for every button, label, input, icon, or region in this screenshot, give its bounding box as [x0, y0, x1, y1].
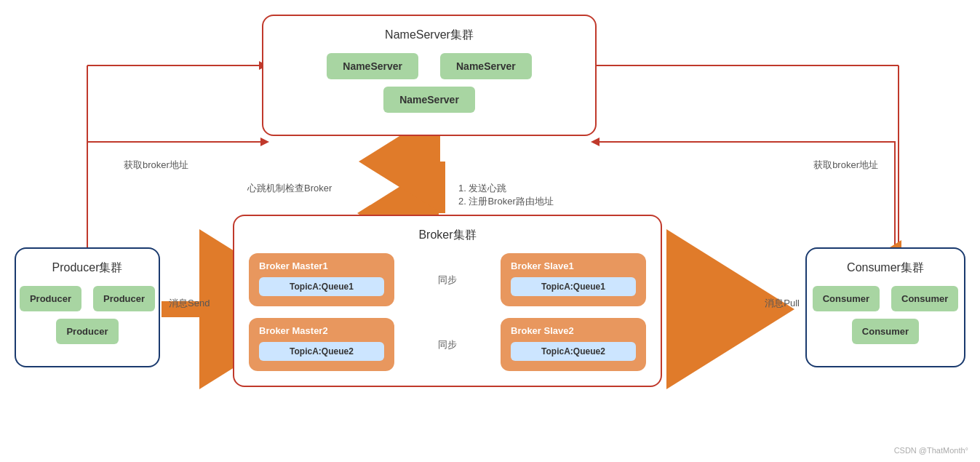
- broker-slave2-title: Broker Slave2: [511, 325, 636, 336]
- register1-text: 1. 发送心跳: [458, 183, 506, 194]
- consumer-cluster-title: Consumer集群: [818, 260, 952, 276]
- label-heartbeat: 心跳机制检查Broker: [247, 182, 332, 195]
- watermark: CSDN @ThatMonth°: [894, 446, 968, 455]
- producer-box-3: Producer: [56, 319, 118, 344]
- broker-pair-2: Broker Master2 TopicA:Queue2 同步 Broker S…: [249, 318, 646, 371]
- producer-row-top: Producer Producer: [28, 286, 147, 311]
- consumer-box-1: Consumer: [813, 286, 880, 311]
- sync-label-1: 同步: [438, 274, 457, 287]
- register2-text: 2. 注册Broker路由地址: [458, 196, 554, 207]
- nameserver-box-2: NameServer: [440, 53, 532, 79]
- broker-slave1-queue: TopicA:Queue1: [511, 277, 636, 296]
- broker-slave2-queue: TopicA:Queue2: [511, 342, 636, 361]
- nameserver-box-1: NameServer: [327, 53, 418, 79]
- consumer-row-top: Consumer Consumer: [818, 286, 952, 311]
- consumer-box-3: Consumer: [852, 319, 919, 344]
- diagram-container: NameServer集群 NameServer NameServer NameS…: [0, 0, 980, 462]
- broker-master2-queue: TopicA:Queue2: [259, 342, 384, 361]
- broker-slave1-title: Broker Slave1: [511, 260, 636, 271]
- broker-cluster: Broker集群 Broker Master1 TopicA:Queue1 同步…: [233, 215, 662, 387]
- label-msg-pull: 消息Pull: [765, 297, 800, 310]
- broker-master1-title: Broker Master1: [259, 260, 384, 271]
- producer-box-1: Producer: [20, 286, 81, 311]
- nameserver-box-3: NameServer: [383, 87, 475, 113]
- broker-master2-title: Broker Master2: [259, 325, 384, 336]
- sync-text-2: 同步: [438, 338, 457, 351]
- nameserver-cluster: NameServer集群 NameServer NameServer NameS…: [262, 15, 597, 136]
- broker-master2-box: Broker Master2 TopicA:Queue2: [249, 318, 394, 371]
- producer-cluster: Producer集群 Producer Producer Producer: [15, 247, 160, 367]
- label-get-broker-left: 获取broker地址: [124, 159, 188, 172]
- label-msg-send: 消息Send: [169, 297, 210, 310]
- broker-master1-queue: TopicA:Queue1: [259, 277, 384, 296]
- consumer-box-2: Consumer: [891, 286, 958, 311]
- broker-pair-1: Broker Master1 TopicA:Queue1 同步 Broker S…: [249, 253, 646, 306]
- producer-cluster-title: Producer集群: [28, 260, 147, 276]
- ns-row-bottom: NameServer: [278, 87, 581, 113]
- producer-box-2: Producer: [93, 286, 155, 311]
- ns-row-top: NameServer NameServer: [278, 53, 581, 79]
- nameserver-cluster-title: NameServer集群: [278, 28, 581, 43]
- consumer-cluster: Consumer集群 Consumer Consumer Consumer: [805, 247, 965, 367]
- broker-slave1-box: Broker Slave1 TopicA:Queue1: [501, 253, 646, 306]
- label-get-broker-right: 获取broker地址: [813, 159, 878, 172]
- broker-master1-box: Broker Master1 TopicA:Queue1: [249, 253, 394, 306]
- broker-cluster-title: Broker集群: [249, 228, 646, 243]
- sync-label-2: 同步: [438, 338, 457, 351]
- producer-row-bottom: Producer: [28, 319, 147, 344]
- consumer-row-bottom: Consumer: [818, 319, 952, 344]
- label-register1: 1. 发送心跳 2. 注册Broker路由地址: [458, 182, 554, 208]
- broker-slave2-box: Broker Slave2 TopicA:Queue2: [501, 318, 646, 371]
- sync-text-1: 同步: [438, 274, 457, 287]
